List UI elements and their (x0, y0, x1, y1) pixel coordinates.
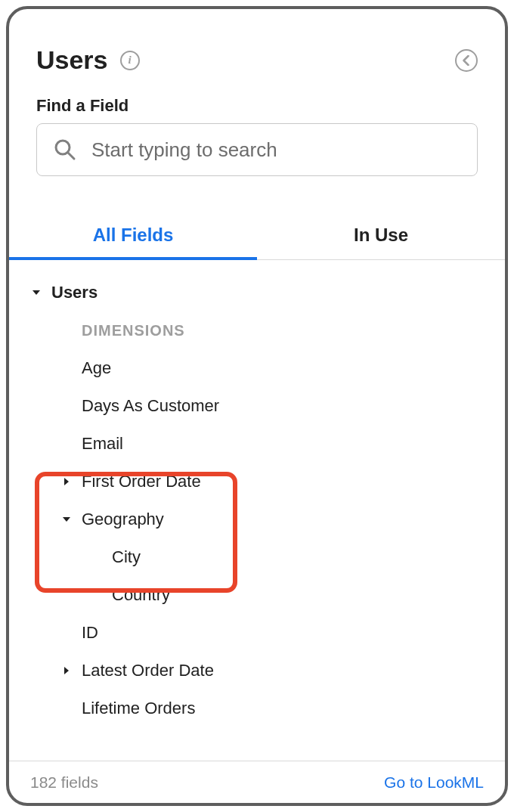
svg-line-1 (68, 153, 74, 159)
info-icon[interactable]: i (119, 49, 141, 72)
field-tree: Users DIMENSIONS Age Days As Customer Em… (9, 260, 505, 761)
field-label: Latest Order Date (82, 661, 214, 680)
field-id[interactable]: ID (9, 614, 505, 652)
field-label: Geography (82, 510, 164, 529)
field-latest-order-date[interactable]: Latest Order Date (9, 652, 505, 690)
field-geography-country[interactable]: Country (9, 576, 505, 614)
field-label: City (112, 547, 141, 567)
tab-all-fields[interactable]: All Fields (9, 212, 257, 259)
search-icon (54, 138, 76, 161)
field-label: ID (51, 623, 98, 643)
explore-title: Users (36, 45, 108, 75)
panel-footer: 182 fields Go to LookML (9, 761, 505, 803)
field-label: First Order Date (82, 472, 201, 491)
field-label: Days As Customer (51, 396, 219, 416)
collapse-panel-icon[interactable] (455, 49, 478, 72)
field-age[interactable]: Age (9, 349, 505, 387)
field-label: Country (112, 585, 170, 605)
field-label: Lifetime Orders (51, 699, 195, 718)
go-to-lookml-link[interactable]: Go to LookML (384, 773, 484, 792)
tab-in-use[interactable]: In Use (257, 212, 505, 259)
field-days-as-customer[interactable]: Days As Customer (9, 387, 505, 425)
search-label: Find a Field (9, 75, 505, 123)
view-label: Users (51, 283, 98, 302)
search-input[interactable] (90, 138, 460, 163)
caret-right-icon (51, 666, 82, 675)
field-label: Age (51, 358, 111, 378)
search-box[interactable] (36, 123, 478, 176)
field-geography[interactable]: Geography (9, 501, 505, 538)
field-tabs: All Fields In Use (9, 212, 505, 260)
fields-count: 182 fields (30, 773, 98, 792)
field-geography-city[interactable]: City (9, 538, 505, 576)
panel-header: Users i (9, 9, 505, 75)
field-picker-panel: Users i Find a Field All Fields In Use (6, 6, 508, 806)
field-lifetime-orders[interactable]: Lifetime Orders (9, 690, 505, 727)
field-label: Email (51, 434, 123, 454)
caret-down-icon (21, 290, 51, 296)
field-first-order-date[interactable]: First Order Date (9, 463, 505, 501)
view-users[interactable]: Users (9, 274, 505, 311)
caret-right-icon (51, 477, 82, 486)
dimensions-header: DIMENSIONS (9, 311, 505, 349)
field-email[interactable]: Email (9, 425, 505, 463)
caret-down-icon (51, 516, 82, 522)
